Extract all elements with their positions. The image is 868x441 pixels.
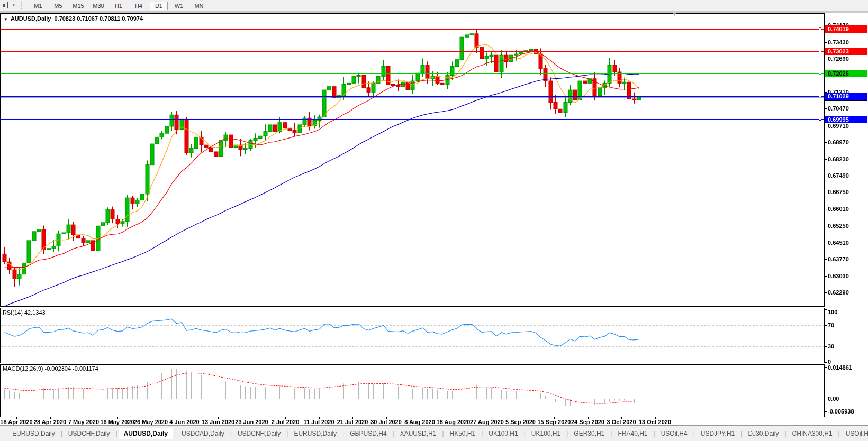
chart-tab-usdjpy-h1[interactable]: USDJPY,H1 bbox=[696, 428, 739, 439]
price-axis-tick-label: 0.67490 bbox=[828, 172, 867, 179]
tab-separator: | bbox=[480, 430, 484, 437]
date-axis-label: 16 May 2020 bbox=[100, 419, 134, 425]
candlestick-chart-icon bbox=[2, 2, 11, 9]
chart-tab-xauusd-h1[interactable]: XAUUSD,H1 bbox=[395, 428, 441, 439]
chart-tab-usoil-h1[interactable]: USOil,H1 bbox=[841, 428, 868, 439]
hline-handle[interactable] bbox=[819, 118, 821, 121]
date-axis-label: 8 Aug 2020 bbox=[404, 419, 435, 425]
hline-handle[interactable] bbox=[819, 50, 821, 52]
chart-tab-gbpusd-h4[interactable]: GBPUSD,H4 bbox=[345, 428, 391, 439]
date-axis-label: 4 Jun 2020 bbox=[169, 419, 199, 425]
timeframe-button-d1[interactable]: D1 bbox=[150, 2, 168, 10]
price-axis-tick-label: 0.63030 bbox=[828, 273, 867, 280]
chart-tab-hk50-h1[interactable]: HK50,H1 bbox=[445, 428, 481, 439]
date-axis-label: 30 Jul 2020 bbox=[370, 419, 402, 425]
chart-tab-usdcad-daily[interactable]: USDCAD,Daily bbox=[177, 428, 229, 439]
date-axis-label: 15 Sep 2020 bbox=[538, 419, 571, 425]
date-axis-label: 21 Jul 2020 bbox=[337, 419, 368, 425]
date-axis-label: 11 Jul 2020 bbox=[303, 419, 334, 425]
price-axis-tick-label: 0.65250 bbox=[828, 223, 867, 229]
price-axis-tick-label: 0.64510 bbox=[828, 240, 867, 246]
toolbar-separator bbox=[21, 2, 24, 9]
tab-separator: | bbox=[60, 430, 64, 437]
rsi-axis-tick-label: 30 bbox=[828, 343, 867, 350]
timeframe-button-m1[interactable]: M1 bbox=[29, 2, 47, 10]
chart-type-button[interactable]: ▼ bbox=[2, 2, 15, 9]
date-axis-label: 3 Oct 2020 bbox=[607, 419, 636, 425]
toolbar: ▼ M1M5M15M30H1H4D1W1MN bbox=[0, 0, 868, 11]
date-axis-label: 23 Jun 2020 bbox=[235, 419, 268, 425]
hline-price-label: 0.73023 bbox=[825, 48, 867, 55]
chart-title: ▼AUDUSD,Daily 0.70823 0.71067 0.70811 0.… bbox=[4, 15, 143, 22]
date-axis-label: 5 Sep 2020 bbox=[505, 419, 536, 425]
timeframe-button-mn[interactable]: MN bbox=[190, 2, 208, 10]
hline-price-label: 0.72026 bbox=[825, 70, 867, 77]
chart-tab-fra40-h1[interactable]: FRA40,H1 bbox=[613, 428, 652, 439]
date-axis-label: 18 Aug 2020 bbox=[437, 419, 471, 425]
chart-ohlc-values: 0.70823 0.71067 0.70811 0.70974 bbox=[54, 15, 143, 22]
autoscroll-marker-icon[interactable]: ▼ bbox=[672, 12, 677, 17]
hline-price-label: 0.69995 bbox=[825, 116, 867, 123]
date-axis-label: 18 Apr 2020 bbox=[0, 419, 32, 425]
chart-tab-china300-h1[interactable]: CHINA300,H1 bbox=[788, 428, 837, 439]
chart-tab-usdchf-daily[interactable]: USDCHF,Daily bbox=[64, 428, 115, 439]
timeframe-button-m30[interactable]: M30 bbox=[89, 2, 107, 10]
price-axis-tick-label: 0.63770 bbox=[828, 256, 867, 263]
hline-handle[interactable] bbox=[819, 72, 821, 75]
tab-separator: | bbox=[392, 430, 395, 437]
date-axis-label: 7 May 2020 bbox=[68, 419, 99, 425]
tab-separator: | bbox=[441, 430, 445, 437]
tab-separator: | bbox=[341, 430, 345, 437]
price-axis-tick-label: 0.69710 bbox=[828, 123, 867, 130]
rsi-axis-tick-label: 70 bbox=[828, 322, 867, 329]
price-axis-tick-label: 0.66010 bbox=[828, 206, 867, 213]
date-axis-label: 26 May 2020 bbox=[134, 419, 168, 425]
chart-tab-ger30-h1[interactable]: GER30,H1 bbox=[569, 428, 609, 439]
chart-tab-uk100-h1[interactable]: UK100,H1 bbox=[484, 428, 522, 439]
macd-axis-tick-label: 0.00 bbox=[828, 396, 867, 402]
timeframe-button-m15[interactable]: M15 bbox=[69, 2, 87, 10]
hline-handle[interactable] bbox=[819, 27, 821, 30]
timeframe-button-m5[interactable]: M5 bbox=[49, 2, 67, 10]
timeframe-button-h1[interactable]: H1 bbox=[110, 2, 128, 10]
tab-separator: | bbox=[173, 430, 177, 437]
chart-tab-usdcnh-daily[interactable]: USDCNH,Daily bbox=[233, 428, 285, 439]
tab-separator: | bbox=[229, 430, 233, 437]
date-axis-label: 24 Sep 2020 bbox=[571, 419, 604, 425]
macd-axis-tick-label: 0.014861 bbox=[828, 364, 867, 371]
tab-separator: | bbox=[115, 430, 119, 437]
chart-tab-eurusd-daily[interactable]: EURUSD,Daily bbox=[7, 428, 60, 439]
tab-separator: | bbox=[739, 430, 743, 437]
tabbar-bottom-strip bbox=[0, 439, 868, 441]
chevron-down-icon: ▼ bbox=[12, 4, 15, 7]
hline-price-label: 0.71029 bbox=[825, 93, 867, 100]
price-axis-tick-label: 0.62290 bbox=[828, 289, 867, 296]
price-axis-tick-label: 0.72690 bbox=[828, 56, 867, 62]
chart-tab-bar: EURUSD,Daily|USDCHF,Daily|AUDUSD,Daily|U… bbox=[0, 425, 868, 441]
collapse-icon: ▼ bbox=[4, 17, 8, 22]
timeframe-toolbar: M1M5M15M30H1H4D1W1MN bbox=[28, 1, 209, 10]
timeframe-button-w1[interactable]: W1 bbox=[170, 2, 188, 10]
date-axis-label: 27 Aug 2020 bbox=[470, 419, 504, 425]
price-axis-tick-label: 0.66750 bbox=[828, 189, 867, 196]
tab-separator: | bbox=[653, 430, 656, 437]
chart-canvas[interactable] bbox=[0, 0, 868, 441]
timeframe-button-h4[interactable]: H4 bbox=[130, 2, 148, 10]
tab-separator: | bbox=[523, 430, 527, 437]
tab-separator: | bbox=[692, 430, 696, 437]
date-axis-label: 13 Oct 2020 bbox=[639, 419, 671, 425]
chart-tab-usoil-h4[interactable]: USOil,H4 bbox=[656, 428, 692, 439]
rsi-indicator-label: RSI(14) 42.1343 bbox=[3, 309, 46, 316]
chart-tab-dj30-daily[interactable]: DJ30,Daily bbox=[743, 428, 783, 439]
chart-tab-eurusd-daily[interactable]: EURUSD,Daily bbox=[289, 428, 341, 439]
chart-tab-uk100-h1[interactable]: UK100,H1 bbox=[527, 428, 565, 439]
date-axis-label: 28 Apr 2020 bbox=[34, 419, 66, 425]
hline-handle[interactable] bbox=[819, 95, 821, 97]
tab-separator: | bbox=[837, 430, 841, 437]
tab-separator: | bbox=[285, 430, 289, 437]
tab-separator: | bbox=[565, 430, 569, 437]
price-axis-tick-label: 0.68970 bbox=[828, 139, 867, 146]
chart-tab-audusd-daily[interactable]: AUDUSD,Daily bbox=[119, 428, 173, 439]
rsi-axis-tick-label: 100 bbox=[828, 309, 867, 316]
tab-separator: | bbox=[609, 430, 613, 437]
